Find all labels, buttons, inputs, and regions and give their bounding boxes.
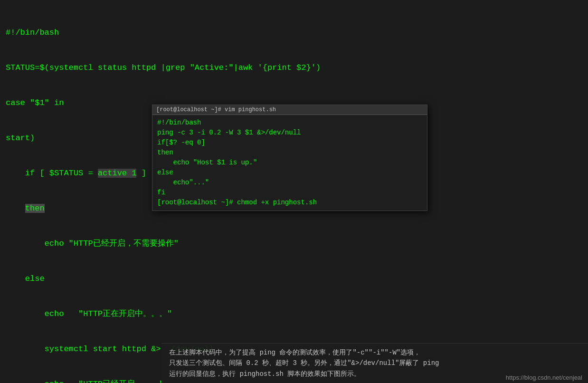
code-line-7: echo "HTTP已经开启，不需要操作" — [6, 238, 582, 250]
annotation-line-2: 只发送三个测试包、间隔 0.2 秒、超时 3 秒。另外，通过"&>/dev/nu… — [169, 358, 580, 368]
code-line-8: else — [6, 273, 582, 285]
overlay-chmod-line: [root@localhost ~]# chmod +x pinghost.sh — [157, 199, 317, 206]
overlay-line-2: ping -c 3 -i 0.2 -W 3 $1 &>/dev/null — [157, 129, 301, 136]
overlay-content: #!/bin/bash ping -c 3 -i 0.2 -W 3 $1 &>/… — [152, 115, 427, 211]
overlay-line-7: echo"..." — [157, 179, 209, 186]
overlay-line-1: #!/bin/bash — [157, 119, 201, 126]
overlay-line-5: echo "Host $1 is up." — [157, 159, 257, 166]
overlay-terminal-bar: [root@localhost ~]# vim pinghost.sh — [152, 105, 427, 115]
code-line-9: echo "HTTP正在开启中。。。" — [6, 308, 582, 320]
overlay-line-4: then — [157, 149, 173, 156]
annotation-line-1: 在上述脚本代码中，为了提高 ping 命令的测试效率，使用了"-c""-i""-… — [169, 347, 580, 358]
code-line-2: STATUS=$(systemctl status httpd |grep "A… — [6, 62, 582, 74]
code-line-1: #!/bin/bash — [6, 27, 582, 39]
overlay-title: [root@localhost ~]# vim pinghost.sh — [156, 106, 276, 113]
url-bar: https://blog.csdn.net/cenjeal — [506, 374, 582, 381]
overlay-terminal: [root@localhost ~]# vim pinghost.sh #!/b… — [152, 105, 427, 211]
overlay-line-8: fi — [157, 189, 165, 196]
overlay-line-6: else — [157, 169, 173, 176]
overlay-line-3: if[$? -eq 0] — [157, 139, 205, 146]
url-text: https://blog.csdn.net/cenjeal — [506, 374, 582, 381]
